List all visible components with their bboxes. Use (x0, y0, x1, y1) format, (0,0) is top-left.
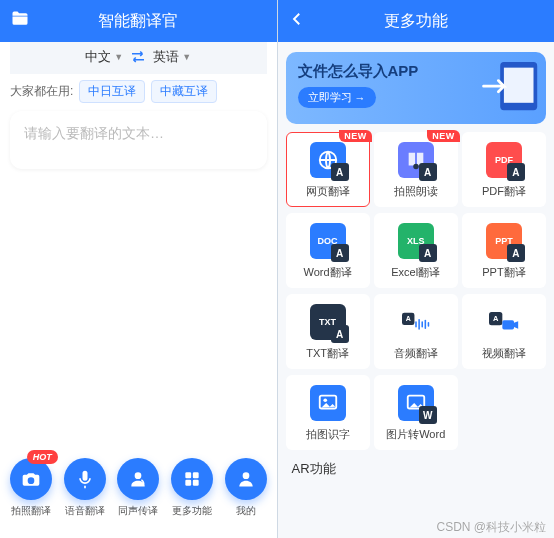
feature-img2w[interactable]: W图片转Word (374, 375, 458, 450)
ar-section-title: AR功能 (278, 450, 555, 480)
nav-label: 同声传译 (118, 504, 158, 518)
nav-label: 我的 (236, 504, 256, 518)
bottom-nav: HOT拍照翻译语音翻译同声传译更多功能我的 (0, 458, 277, 518)
folder-icon[interactable] (10, 9, 30, 33)
nav-label: 拍照翻译 (11, 504, 51, 518)
feature-web[interactable]: ANEW网页翻译 (286, 132, 370, 207)
nav-label: 语音翻译 (65, 504, 105, 518)
new-badge: NEW (339, 130, 372, 142)
camera-icon: HOT (10, 458, 52, 500)
back-icon[interactable] (288, 10, 306, 32)
feature-label: 图片转Word (386, 427, 445, 442)
swap-icon[interactable] (129, 49, 147, 66)
feature-excel[interactable]: XLSAExcel翻译 (374, 213, 458, 288)
svg-point-9 (413, 164, 419, 170)
feature-ppt[interactable]: PPTAPPT翻译 (462, 213, 546, 288)
right-title: 更多功能 (384, 11, 448, 32)
feature-label: 网页翻译 (306, 184, 350, 199)
svg-text:A: A (405, 315, 410, 322)
input-placeholder: 请输入要翻译的文本… (24, 125, 164, 141)
tags-label: 大家都在用: (10, 83, 73, 100)
promo-banner[interactable]: 文件怎么导入APP 立即学习 → (286, 52, 547, 124)
feature-txt[interactable]: TXTATXT翻译 (286, 294, 370, 369)
new-badge: NEW (427, 130, 460, 142)
nav-camera[interactable]: HOT拍照翻译 (10, 458, 52, 518)
nav-more[interactable]: 更多功能 (171, 458, 213, 518)
me-icon (225, 458, 267, 500)
svg-rect-19 (502, 320, 514, 329)
feature-label: 音频翻译 (394, 346, 438, 361)
arrow-right-icon: → (355, 92, 366, 104)
feature-word[interactable]: DOCAWord翻译 (286, 213, 370, 288)
feature-grid: ANEW网页翻译ANEW拍照朗读PDFAPDF翻译DOCAWord翻译XLSAE… (278, 132, 555, 450)
feature-label: PDF翻译 (482, 184, 526, 199)
feature-label: Word翻译 (304, 265, 352, 280)
voice-icon (64, 458, 106, 500)
feature-pdf[interactable]: PDFAPDF翻译 (462, 132, 546, 207)
watermark: CSDN @科技小米粒 (436, 519, 546, 536)
svg-point-0 (135, 472, 142, 479)
svg-rect-1 (185, 472, 191, 478)
nav-me[interactable]: 我的 (225, 458, 267, 518)
feature-audio[interactable]: AA音频翻译 (374, 294, 458, 369)
chevron-down-icon: ▼ (114, 52, 123, 62)
feature-label: 拍图识字 (306, 427, 350, 442)
tag-cn-tib[interactable]: 中藏互译 (151, 80, 217, 103)
svg-text:A: A (493, 314, 499, 323)
feature-label: TXT翻译 (306, 346, 349, 361)
lang-from[interactable]: 中文 (85, 48, 111, 66)
feature-label: Excel翻译 (391, 265, 440, 280)
nav-simul[interactable]: 同声传译 (117, 458, 159, 518)
feature-video[interactable]: AA视频翻译 (462, 294, 546, 369)
svg-rect-3 (185, 480, 191, 486)
tag-cn-jp[interactable]: 中日互译 (79, 80, 145, 103)
hot-badge: HOT (27, 450, 58, 464)
left-title: 智能翻译官 (98, 11, 178, 32)
svg-rect-2 (193, 472, 199, 478)
nav-voice[interactable]: 语音翻译 (64, 458, 106, 518)
svg-rect-7 (504, 68, 534, 103)
feature-label: 视频翻译 (482, 346, 526, 361)
language-selector[interactable]: 中文 ▼ 英语 ▼ (10, 38, 267, 74)
feature-label: PPT翻译 (482, 265, 525, 280)
feature-ocrtxt[interactable]: A拍图识字 (286, 375, 370, 450)
svg-point-5 (242, 472, 249, 479)
translate-input[interactable]: 请输入要翻译的文本… (10, 111, 267, 169)
more-icon (171, 458, 213, 500)
feature-label: 拍照朗读 (394, 184, 438, 199)
promo-illustration (478, 58, 546, 118)
simul-icon (117, 458, 159, 500)
lang-to[interactable]: 英语 (153, 48, 179, 66)
left-header: 智能翻译官 (0, 0, 277, 42)
svg-point-21 (323, 398, 327, 402)
feature-ocr[interactable]: ANEW拍照朗读 (374, 132, 458, 207)
nav-label: 更多功能 (172, 504, 212, 518)
svg-rect-4 (193, 480, 199, 486)
right-header: 更多功能 (278, 0, 555, 42)
promo-cta-button[interactable]: 立即学习 → (298, 87, 376, 108)
popular-tags: 大家都在用: 中日互译 中藏互译 (10, 74, 267, 111)
chevron-down-icon: ▼ (182, 52, 191, 62)
